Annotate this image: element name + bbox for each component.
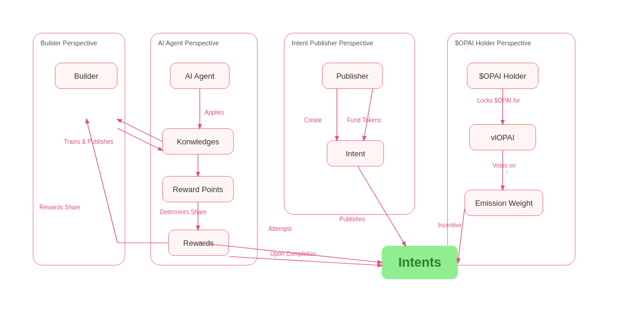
builder-perspective-title: Builder Perspective: [41, 39, 97, 47]
locks-opai-label: Locks $OPAI for: [477, 97, 520, 104]
upon-completion-label: Upon Completion: [270, 251, 316, 257]
diagram-container: { "perspectives": [ { "id": "builder", "…: [0, 0, 644, 312]
intents-node: Intents: [382, 246, 458, 279]
opai-holder-perspective-title: $OPAI Holder Perspective: [455, 39, 531, 47]
vlopai-node: vlOPAI: [469, 124, 536, 150]
publisher-node: Publisher: [322, 63, 383, 89]
votes-down-arrow: ↓: [506, 168, 509, 175]
rewards-node: Rewards: [168, 230, 229, 256]
publishes-label: Publishes: [339, 216, 365, 223]
intent-publisher-perspective-title: Intent Publisher Perspective: [292, 39, 373, 47]
fund-tokens-label: Fund Tokens: [347, 117, 381, 123]
ai-agent-perspective-title: AI Agent Perspective: [158, 39, 219, 47]
trains-publishes-label: Trains & Publishes: [64, 138, 113, 145]
rewards-share-label: Rewards Share: [39, 204, 80, 211]
emission-weight-node: Emission Weight: [465, 190, 543, 216]
intent-publisher-perspective-box: Intent Publisher Perspective: [284, 33, 415, 215]
applies-label: Applies: [205, 109, 224, 116]
votes-on-label: Votes on: [493, 162, 516, 169]
create-label: Create: [304, 117, 322, 123]
intent-node: Intent: [327, 140, 384, 166]
ai-agent-node: AI Agent: [170, 63, 230, 89]
determinrs-share-label: Determinrs Share: [160, 209, 206, 215]
opai-holder-node: $OPAI Holder: [467, 63, 538, 89]
konwledges-node: Konwledges: [162, 128, 234, 155]
reward-points-node: Reward Points: [162, 176, 234, 202]
builder-node: Builder: [55, 63, 117, 89]
incentive-label: Incentive: [438, 222, 462, 228]
attempts-label: Attempts: [268, 225, 292, 232]
